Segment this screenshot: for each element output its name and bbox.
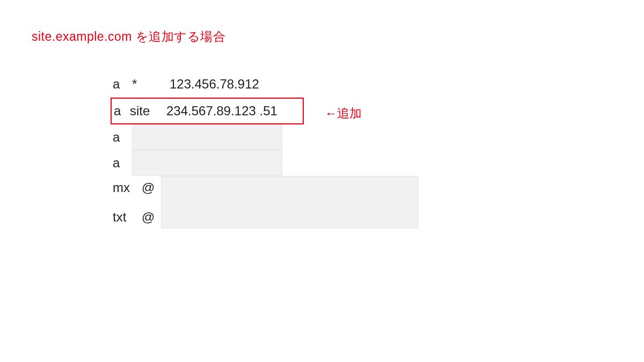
record-type: a	[111, 130, 132, 145]
record-name: @	[142, 176, 161, 195]
diagram-heading: site.example.com を追加する場合	[32, 28, 225, 45]
dns-record-row: a * 123.456.78.912	[111, 71, 419, 98]
record-value: 234.567.89.123 .51	[161, 104, 277, 119]
record-input[interactable]	[132, 150, 282, 176]
record-input[interactable]	[132, 124, 282, 150]
record-value: 123.456.78.912	[164, 77, 259, 92]
annotation-add: ←追加	[325, 105, 362, 122]
dns-record-row: a	[111, 124, 419, 150]
dns-records-list: a * 123.456.78.912 a site 234.567.89.123…	[111, 71, 419, 231]
record-type: mx	[111, 176, 142, 195]
record-name: @	[142, 210, 161, 225]
dns-record-row: a	[111, 150, 419, 176]
record-name: *	[132, 77, 164, 92]
record-type: a	[111, 77, 132, 92]
dns-record-row-highlighted: a site 234.567.89.123 .51	[111, 98, 304, 124]
record-type: a	[112, 104, 130, 119]
record-type: txt	[111, 210, 142, 225]
record-name: site	[130, 104, 161, 119]
record-input[interactable]	[161, 176, 419, 228]
record-type: a	[111, 156, 132, 171]
